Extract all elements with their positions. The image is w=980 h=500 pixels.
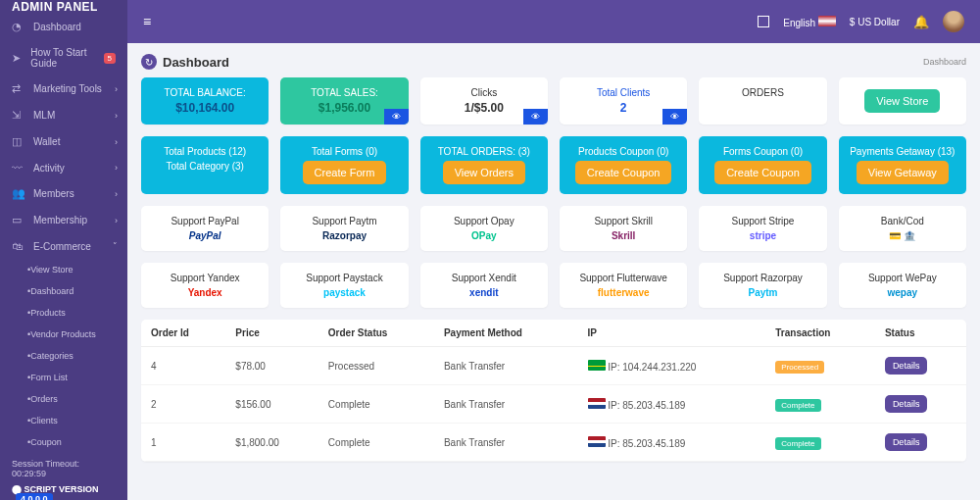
eye-icon[interactable]: 👁 (662, 109, 687, 125)
paytm-logo-icon: Paytm (707, 287, 818, 298)
create-fcoupon-button[interactable]: Create Coupon (714, 161, 811, 184)
label: Support PayPal (149, 216, 261, 226)
session-timeout: Session Timeout: 00:29:59 (12, 459, 116, 478)
details-button[interactable]: Details (885, 357, 928, 375)
wallet-icon: ◫ (12, 135, 25, 148)
eye-icon[interactable]: 👁 (384, 109, 409, 125)
value (707, 101, 818, 115)
cell-payment: Bank Transfer (434, 347, 578, 385)
view-orders-button[interactable]: View Orders (443, 161, 525, 184)
label: TOTAL SALES: (288, 87, 400, 98)
sidebar-sub-view-store[interactable]: • View Store (0, 259, 127, 280)
col-payment-method[interactable]: Payment Method (434, 320, 578, 347)
sidebar-item-marketing[interactable]: ⇄Marketing Tools› (0, 75, 127, 102)
language-selector[interactable]: English (783, 16, 836, 28)
card-yandex: Support YandexYandex (141, 263, 269, 308)
bell-icon[interactable]: 🔔 (913, 15, 929, 29)
sidebar-sub-coupon[interactable]: • Coupon (0, 431, 127, 453)
page-header: ↻ Dashboard Dashboard (141, 54, 966, 70)
cell-payment: Bank Transfer (434, 424, 578, 462)
opay-logo-icon: OPay (428, 230, 540, 241)
wepay-logo-icon: wepay (847, 287, 958, 298)
label: Form List (30, 373, 68, 382)
label: Support Xendit (428, 273, 540, 283)
cell-payment: Bank Transfer (434, 385, 578, 424)
table-row: 4$78.00ProcessedBank Transfer IP: 104.24… (141, 347, 966, 385)
label: Categories (30, 351, 74, 361)
col-order-status[interactable]: Order Status (318, 320, 434, 347)
sidebar-item-mlm[interactable]: ⇲MLM› (0, 102, 127, 128)
card-wepay: Support WePaywepay (839, 263, 966, 308)
script-version: ⬤ SCRIPT VERSION 4.0.0.0 (12, 484, 116, 500)
chevron-right-icon: › (115, 216, 118, 225)
version-badge: 4.0.0.0 (16, 493, 53, 500)
fullscreen-icon[interactable] (758, 16, 769, 27)
col-transaction[interactable]: Transaction (765, 320, 875, 347)
stripe-logo-icon: stripe (707, 230, 818, 241)
cell-order-id: 4 (141, 347, 225, 385)
chevron-right-icon: › (115, 111, 118, 121)
sidebar-sub-orders[interactable]: • Orders (0, 388, 127, 410)
sidebar-sub-form-list[interactable]: • Form List (0, 367, 127, 388)
card-forms-coupon: Forms Coupon (0) Create Coupon (699, 136, 826, 194)
label: E-Commerce (33, 241, 91, 252)
sidebar-item-wallet[interactable]: ◫Wallet› (0, 128, 127, 155)
card-skrill: Support SkrillSkrill (560, 206, 687, 251)
eye-icon[interactable]: 👁 (523, 109, 548, 125)
col-status[interactable]: Status (875, 320, 966, 347)
cell-actions: Details (875, 347, 966, 385)
currency-selector[interactable]: $ US Dollar (850, 17, 900, 27)
label: Support Paytm (288, 216, 400, 226)
sidebar-item-membership[interactable]: ▭Membership› (0, 207, 127, 233)
view-store-button[interactable]: View Store (864, 89, 940, 113)
label: View Store (30, 265, 73, 275)
transaction-badge: Complete (775, 437, 820, 450)
sidebar-sub-categories[interactable]: • Categories (0, 345, 127, 367)
details-button[interactable]: Details (885, 433, 928, 451)
avatar[interactable] (943, 11, 964, 32)
paypal-logo-icon: PayPal (149, 230, 261, 241)
card-xendit: Support Xenditxendit (420, 263, 548, 308)
orders-table: Order Id Price Order Status Payment Meth… (141, 320, 966, 462)
label: Support Opay (428, 216, 540, 226)
label: MLM (33, 110, 55, 121)
sidebar-footer: Session Timeout: 00:29:59 ⬤ SCRIPT VERSI… (0, 453, 127, 500)
label: Forms Coupon (0) (705, 146, 820, 157)
cell-order-id: 1 (141, 424, 225, 462)
details-button[interactable]: Details (885, 395, 928, 413)
sidebar-sub-products[interactable]: • Products (0, 302, 127, 324)
cell-txn: Processed (765, 347, 875, 385)
cell-actions: Details (875, 385, 966, 424)
sidebar-item-activity[interactable]: 〰Activity› (0, 155, 127, 180)
card-total-clients: Total Clients 2 👁 (560, 77, 687, 125)
col-ip[interactable]: IP (578, 320, 766, 347)
label: Total Clients (567, 87, 679, 98)
create-coupon-button[interactable]: Create Coupon (575, 161, 672, 184)
label: Support Skrill (567, 216, 679, 226)
sidebar-item-ecommerce[interactable]: 🛍E-Commerce˅ (0, 233, 127, 259)
col-order-id[interactable]: Order Id (141, 320, 225, 347)
sidebar-item-howto[interactable]: ➤How To Start Guide5 (0, 40, 127, 75)
create-form-button[interactable]: Create Form (303, 161, 387, 184)
page-title: Dashboard (163, 55, 229, 70)
refresh-icon[interactable]: ↻ (141, 54, 157, 70)
label: Bank/Cod (847, 216, 958, 226)
view-gateway-button[interactable]: View Getaway (857, 161, 949, 184)
card-products-coupon: Products Coupon (0) Create Coupon (560, 136, 687, 194)
card-razorpay: Support RazorpayPaytm (699, 263, 826, 308)
sidebar-item-members[interactable]: 👥Members› (0, 180, 127, 207)
sidebar-sub-dashboard[interactable]: • Dashboard (0, 280, 127, 302)
sidebar-item-dashboard[interactable]: ◔Dashboard (0, 14, 127, 40)
flutterwave-logo-icon: flutterwave (567, 287, 679, 298)
menu-toggle-icon[interactable]: ≡ (143, 14, 151, 29)
sidebar-sub-vendor-products[interactable]: • Vendor Products (0, 324, 127, 345)
cell-ip: IP: 85.203.45.189 (578, 385, 766, 424)
card-opay: Support OpayOPay (420, 206, 548, 251)
label: Marketing Tools (33, 83, 102, 94)
share-icon: ⇲ (12, 109, 25, 122)
col-price[interactable]: Price (225, 320, 318, 347)
sidebar-sub-clients[interactable]: • Clients (0, 410, 127, 431)
label: Vendor Products (30, 329, 96, 339)
label: Wallet (33, 136, 60, 147)
cell-txn: Complete (765, 424, 875, 462)
